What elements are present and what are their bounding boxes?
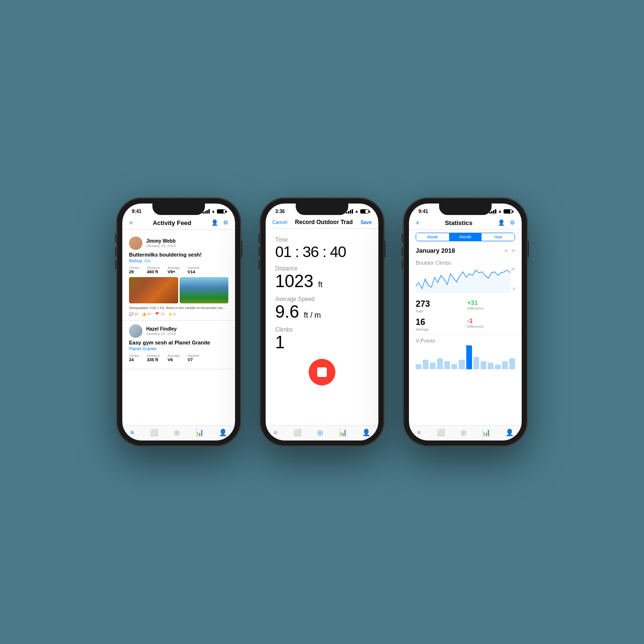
tab-profile-3[interactable]: 👤 [505, 429, 514, 437]
phone-2-screen: 3:36 ▲ Cancel Record Outdoor Trad Save [266, 204, 378, 440]
notch-3 [439, 204, 492, 215]
add-icon-3[interactable]: + [416, 219, 419, 226]
phone-1-frame: 9:41 ▲ + Activity Feed 👤 ⚙ [117, 198, 241, 446]
stop-icon [317, 367, 327, 377]
settings-icon-1[interactable]: ⚙ [223, 219, 228, 226]
tab-feed-1[interactable]: ≡ [130, 429, 134, 437]
post-location-2[interactable]: Planet Granite [129, 346, 228, 351]
stop-button[interactable] [309, 359, 335, 386]
like-action[interactable]: 👍 67 [142, 312, 151, 316]
profile-tab-icon-3: 👤 [505, 429, 514, 436]
time-label: Time [275, 236, 369, 243]
post-stats-2: Climbs 24 Distance 335 ft Average V6 H [129, 354, 228, 362]
feed-post-1: Jimmy Webb January 23, 2019 Buttermilks … [122, 233, 235, 321]
chart-max: 25 [511, 268, 515, 271]
total-stat: 273 Total [416, 299, 463, 313]
tab-record-2[interactable]: ◎ [317, 429, 323, 437]
nav-header-1: + Activity Feed 👤 ⚙ [122, 217, 235, 230]
total-diff-value: +31 [467, 299, 515, 306]
add-icon-1[interactable]: + [129, 219, 133, 226]
average-diff-label: Difference [467, 324, 515, 329]
settings-icon-3[interactable]: ⚙ [510, 219, 515, 226]
tab-map-2[interactable]: ⬜ [293, 429, 301, 437]
tab-profile-1[interactable]: 👤 [219, 429, 227, 437]
map-tab-icon-2: ⬜ [293, 429, 301, 436]
post-location-1[interactable]: Bishop, CA [129, 258, 228, 263]
bar-3 [430, 363, 436, 370]
month-title: January 2018 [416, 247, 455, 254]
tab-map-1[interactable]: ⬜ [150, 429, 158, 437]
tab-record-1[interactable]: ◎ [174, 429, 180, 437]
avatar-2 [129, 324, 142, 338]
people-icon-3[interactable]: 👤 [498, 219, 505, 226]
post-image-rock[interactable] [129, 277, 178, 303]
stat-climbs-1: Climbs 29 [129, 266, 139, 274]
stats-tab-icon-3: 📊 [482, 429, 490, 436]
wifi-icon-2: ▲ [354, 209, 359, 214]
tab-map-3[interactable]: ⬜ [437, 429, 445, 437]
star-action[interactable]: ⭐ 6 [168, 312, 175, 316]
month-nav: January 2018 < > [409, 244, 522, 257]
average-diff-value: -1 [467, 317, 515, 324]
tab-stats-3[interactable]: 📊 [482, 429, 490, 437]
speed-label: Average Speed [275, 296, 369, 302]
stat-distance-2: Distance 335 ft [147, 354, 160, 362]
bar-1 [416, 364, 421, 370]
tab-stats-1[interactable]: 📊 [195, 429, 204, 437]
tab-stats-2[interactable]: 📊 [339, 429, 347, 437]
map-tab-icon-3: ⬜ [437, 429, 445, 436]
segment-year[interactable]: Year [482, 233, 515, 241]
stop-button-container [275, 359, 369, 386]
average-label: Average [416, 327, 463, 332]
stats-title: Statistics [445, 219, 472, 226]
stat-hardest-2: Hardest V7 [188, 354, 200, 362]
flag-action[interactable]: 🚩 13 [155, 312, 164, 316]
comment-action[interactable]: 💬 20 [129, 312, 138, 316]
tab-profile-2[interactable]: 👤 [362, 429, 370, 437]
tab-feed-3[interactable]: ≡ [417, 429, 420, 437]
post-image-climber[interactable] [180, 277, 229, 303]
people-icon-1[interactable]: 👤 [211, 219, 218, 226]
segment-month[interactable]: Month [449, 233, 482, 241]
stats-tab-icon: 📊 [195, 429, 204, 436]
battery-3 [504, 209, 512, 214]
vpoints-title: V-Points [416, 338, 515, 343]
bar-11 [488, 363, 494, 370]
next-month-button[interactable]: > [512, 247, 515, 254]
user-row-2: Hazel Findley January 22, 2019 [129, 324, 228, 338]
tab-feed-2[interactable]: ≡ [273, 429, 277, 437]
date-2: January 22, 2019 [146, 332, 177, 336]
segment-week[interactable]: Week [416, 233, 449, 241]
feed-content: Jimmy Webb January 23, 2019 Buttermilks … [122, 230, 235, 425]
bar-chart [416, 345, 515, 369]
bar-6 [451, 364, 457, 370]
phone-1-screen: 9:41 ▲ + Activity Feed 👤 ⚙ [122, 204, 235, 440]
cancel-button[interactable]: Cancel [272, 220, 287, 225]
save-button[interactable]: Save [361, 220, 372, 225]
map-tab-icon: ⬜ [150, 429, 158, 436]
stat-distance-1: Distance 493 ft [147, 266, 160, 274]
post-title-1: Buttermilks bouldering sesh! [129, 252, 228, 258]
line-chart-svg [416, 268, 515, 294]
bar-13 [502, 361, 508, 369]
prev-month-button[interactable]: < [504, 247, 508, 254]
average-diff: -1 Difference [467, 317, 515, 332]
record-title: Record Outdoor Trad [295, 219, 353, 225]
stat-average-2: Average V6 [168, 354, 180, 362]
tab-record-3[interactable]: ◎ [461, 429, 466, 437]
average-value: 16 [416, 317, 463, 327]
nav-right-1: 👤 ⚙ [211, 219, 228, 226]
total-diff: +31 Difference [467, 299, 515, 313]
record-header: Cancel Record Outdoor Trad Save [266, 217, 378, 229]
record-tab-icon-2: ◎ [317, 429, 323, 436]
bar-9 [473, 357, 479, 369]
status-icons-2: ▲ [346, 209, 369, 214]
nav-right-3: 👤 ⚙ [498, 219, 515, 226]
climbs-value: 1 [275, 334, 369, 351]
month-arrows: < > [504, 247, 515, 254]
post-caption-1: Sleepwalker V16 // FA. Back in the middl… [129, 306, 228, 310]
status-time-1: 9:41 [132, 209, 141, 214]
status-time-3: 9:41 [419, 209, 428, 214]
user-info-1: Jimmy Webb January 23, 2019 [146, 238, 176, 248]
battery-1 [217, 209, 225, 214]
